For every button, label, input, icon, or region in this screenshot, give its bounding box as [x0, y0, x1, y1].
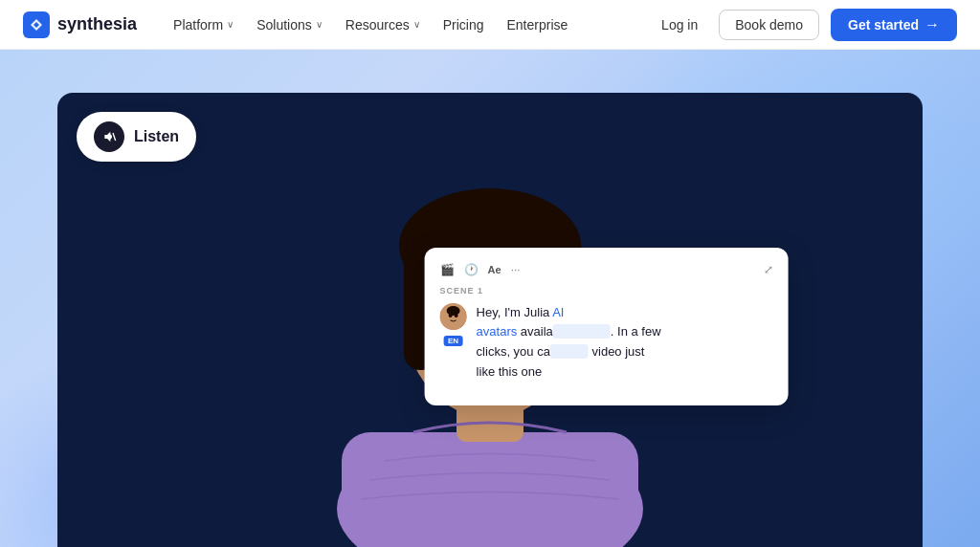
script-text-part1: Hey, I'm Julia	[477, 305, 550, 319]
script-text-highlight1: AI	[549, 305, 564, 319]
nav-item-solutions[interactable]: Solutions ∨	[247, 11, 332, 38]
scene-label: SCENE 1	[440, 286, 773, 295]
more-icon: ···	[511, 263, 521, 276]
script-text-content: Hey, I'm Julia AI avatars availa. In a f…	[477, 303, 661, 383]
login-button[interactable]: Log in	[652, 11, 707, 38]
hero-section: Listen 🎬 🕐 Ae ··· ⤢ SCENE 1	[0, 50, 980, 547]
navbar: synthesia Platform ∨ Solutions ∨ Resourc…	[0, 0, 980, 50]
ae-icon: Ae	[488, 264, 501, 275]
logo-text: synthesia	[57, 14, 137, 34]
script-text-part2: availa	[517, 324, 553, 339]
script-toolbar: 🎬 🕐 Ae ··· ⤢	[440, 263, 773, 276]
speaker-icon	[101, 129, 117, 144]
svg-point-20	[455, 314, 458, 317]
expand-icon: ⤢	[764, 263, 773, 276]
listen-label: Listen	[134, 128, 179, 145]
svg-rect-2	[342, 432, 638, 547]
script-text-placeholder	[553, 324, 611, 339]
script-text-placeholder2	[550, 344, 589, 359]
clock-icon: 🕐	[464, 263, 479, 276]
avatar-face-icon	[440, 303, 467, 330]
listen-button[interactable]: Listen	[77, 112, 196, 162]
nav-right: Log in Book demo Get started →	[652, 9, 957, 41]
nav-item-platform[interactable]: Platform ∨	[164, 11, 243, 38]
script-text-part3: . In a few	[611, 324, 661, 339]
book-demo-button[interactable]: Book demo	[719, 10, 819, 40]
get-started-button[interactable]: Get started →	[831, 9, 957, 41]
nav-left: synthesia Platform ∨ Solutions ∨ Resourc…	[23, 11, 577, 38]
script-overlay: 🎬 🕐 Ae ··· ⤢ SCENE 1	[425, 248, 789, 405]
nav-links: Platform ∨ Solutions ∨ Resources ∨ Prici…	[164, 11, 577, 38]
script-row: EN Hey, I'm Julia AI avatars availa. In …	[440, 303, 773, 383]
script-text-highlight2: avatars	[477, 324, 518, 339]
arrow-icon: →	[924, 16, 940, 33]
film-icon: 🎬	[440, 263, 455, 276]
avatar-thumbnail: EN	[440, 303, 467, 346]
svg-point-18	[447, 306, 460, 316]
script-text-part4: clicks, you ca	[477, 344, 550, 359]
video-container: Listen 🎬 🕐 Ae ··· ⤢ SCENE 1	[57, 93, 923, 547]
svg-point-19	[449, 314, 453, 317]
avatar-thumb	[440, 303, 467, 330]
nav-item-enterprise[interactable]: Enterprise	[497, 11, 577, 38]
solutions-chevron-icon: ∨	[316, 19, 323, 30]
logo-icon	[23, 11, 50, 38]
resources-chevron-icon: ∨	[413, 19, 420, 30]
nav-item-resources[interactable]: Resources ∨	[336, 11, 430, 38]
script-text-part5: video just	[589, 344, 645, 359]
script-text-part6: like this one	[477, 364, 543, 379]
platform-chevron-icon: ∨	[227, 19, 234, 30]
nav-item-pricing[interactable]: Pricing	[434, 11, 494, 38]
logo[interactable]: synthesia	[23, 11, 137, 38]
mute-icon	[94, 121, 124, 152]
svg-line-15	[113, 133, 116, 141]
language-badge: EN	[444, 336, 462, 346]
